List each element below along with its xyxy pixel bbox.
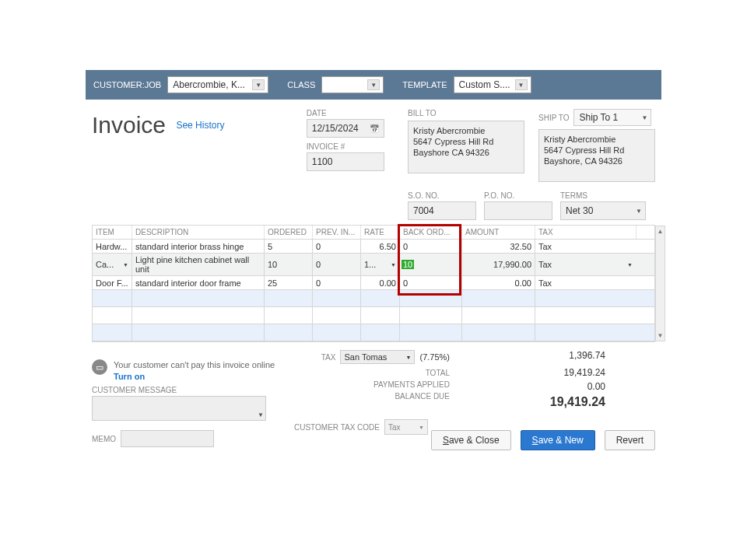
table-row[interactable]: Ca...▼Light pine kitchen cabinet wall un… <box>93 254 654 276</box>
grid-header-cell[interactable]: TAX <box>535 226 636 239</box>
ship-to-label: SHIP TO <box>538 114 569 122</box>
grid-header-cell[interactable]: ORDERED <box>264 226 312 239</box>
table-row-empty[interactable] <box>93 324 654 341</box>
memo-input[interactable] <box>121 430 214 447</box>
back-order-highlight: 10 <box>402 260 414 269</box>
table-row[interactable]: Hardw...standard interior brass hinge506… <box>93 240 654 254</box>
table-cell-prev[interactable]: 0 <box>312 254 360 275</box>
table-cell-rate[interactable]: 6.50 <box>360 240 399 253</box>
bill-to-address[interactable]: Kristy Abercrombie 5647 Cypress Hill Rd … <box>408 121 524 173</box>
chevron-down-icon: ▼ <box>391 262 396 268</box>
terms-dropdown[interactable]: Net 30 ▼ <box>560 201 646 220</box>
scroll-down-arrow-icon[interactable]: ▼ <box>658 331 664 341</box>
chevron-down-icon: ▼ <box>627 262 633 268</box>
table-row[interactable]: Door F...standard interior door frame250… <box>93 276 654 290</box>
ship-to-address[interactable]: Kristy Abercrombie 5647 Cypress Hill Rd … <box>538 129 655 182</box>
table-cell-prev[interactable]: 0 <box>312 240 360 253</box>
pay-online-text: Your customer can't pay this invoice onl… <box>114 360 275 369</box>
chevron-down-icon: ▼ <box>406 355 412 360</box>
memo-row: MEMO <box>92 430 294 447</box>
table-cell-desc[interactable]: Light pine kitchen cabinet wall unit <box>132 254 264 275</box>
tax-dropdown[interactable]: San Tomas ▼ <box>340 350 415 364</box>
terms-field: TERMS Net 30 ▼ <box>560 191 646 220</box>
chevron-down-icon: ▼ <box>258 411 264 418</box>
table-cell-tax[interactable]: Tax <box>535 276 636 289</box>
grid-header-cell[interactable]: PREV. IN... <box>312 226 360 239</box>
table-row-empty[interactable] <box>93 307 654 324</box>
table-cell-rate[interactable]: 0.00 <box>360 276 399 289</box>
payments-amount: 0.00 <box>450 381 605 392</box>
memo-label: MEMO <box>92 435 116 443</box>
bill-to-block: BILL TO Kristy Abercrombie 5647 Cypress … <box>408 109 524 173</box>
table-cell-prev[interactable]: 0 <box>312 276 360 289</box>
customer-job-label: CUSTOMER:JOB <box>93 80 161 89</box>
customer-tax-code-dropdown[interactable]: Tax ▼ <box>384 419 428 435</box>
table-cell-amount[interactable]: 32.50 <box>461 240 535 253</box>
page-title: Invoice <box>92 112 166 138</box>
table-cell-desc[interactable]: standard interior brass hinge <box>132 240 264 253</box>
total-label: TOTAL <box>294 369 450 377</box>
invoice-no-label: INVOICE # <box>307 142 391 151</box>
table-cell-item[interactable]: Ca...▼ <box>93 254 132 275</box>
table-cell-back[interactable]: 10 <box>399 254 461 275</box>
see-history-link[interactable]: See History <box>176 120 224 131</box>
table-cell-tax[interactable]: Tax <box>535 240 636 253</box>
po-no-input[interactable] <box>484 201 552 220</box>
line-items-grid: ITEMDESCRIPTIONORDEREDPREV. IN...RATEBAC… <box>92 225 655 342</box>
tax-label: TAX <box>321 353 336 362</box>
table-row-empty[interactable] <box>93 290 654 307</box>
customer-tax-code-block: CUSTOMER TAX CODE Tax ▼ <box>294 419 450 435</box>
footer-mid-col: TAX San Tomas ▼ (7.75%) TOTAL PAYMENTS A… <box>294 359 450 447</box>
footer-left-col: Your customer can't pay this invoice onl… <box>92 359 294 447</box>
table-cell-ordered[interactable]: 10 <box>264 254 312 275</box>
table-cell-item[interactable]: Hardw... <box>93 240 132 253</box>
grid-header-cell[interactable]: ITEM <box>93 226 132 239</box>
table-cell-desc[interactable]: standard interior door frame <box>132 276 264 289</box>
turn-on-link[interactable]: Turn on <box>114 372 275 381</box>
chevron-down-icon: ▼ <box>123 262 128 268</box>
grid-header-cell[interactable]: RATE <box>360 226 399 239</box>
balance-due-label: BALANCE DUE <box>294 392 450 401</box>
customer-message-dropdown[interactable]: ▼ <box>92 396 266 421</box>
chevron-down-icon: ▼ <box>636 208 642 215</box>
save-new-button[interactable]: Save & New <box>521 430 595 450</box>
table-cell-back[interactable]: 0 <box>399 240 461 253</box>
grid-header-cell[interactable]: AMOUNT <box>461 226 535 239</box>
table-cell-amount[interactable]: 0.00 <box>461 276 535 289</box>
grid-header-cell[interactable]: BACK ORD... <box>399 226 461 239</box>
customer-message-label: CUSTOMER MESSAGE <box>92 386 294 394</box>
meta-row: S.O. NO. 7004 P.O. NO. TERMS Net 30 ▼ <box>408 191 661 220</box>
revert-button[interactable]: Revert <box>605 430 655 450</box>
bill-to-label: BILL TO <box>408 109 524 117</box>
table-cell-ordered[interactable]: 5 <box>264 240 312 253</box>
vertical-scrollbar[interactable]: ▲ ▼ <box>655 226 665 341</box>
card-icon <box>92 359 107 375</box>
save-close-button[interactable]: Save & Close <box>431 430 511 450</box>
calendar-icon[interactable] <box>370 123 379 134</box>
chevron-down-icon: ▼ <box>642 114 648 121</box>
tax-amount: 1,396.74 <box>450 350 605 361</box>
grid-header: ITEMDESCRIPTIONORDEREDPREV. IN...RATEBAC… <box>93 226 654 240</box>
header-blue-bar: CUSTOMER:JOB Abercrombie, K... ▼ CLASS ▼… <box>86 70 661 100</box>
table-cell-tax[interactable]: Tax▼ <box>535 254 636 275</box>
class-label: CLASS <box>287 80 315 89</box>
date-invoice-block: DATE 12/15/2024 INVOICE # 1100 <box>307 109 391 171</box>
class-dropdown[interactable]: ▼ <box>321 76 384 93</box>
invoice-no-input[interactable]: 1100 <box>307 152 384 171</box>
table-cell-rate[interactable]: 1...▼ <box>360 254 399 275</box>
template-dropdown[interactable]: Custom S.... ▼ <box>454 76 531 93</box>
scroll-up-arrow-icon[interactable]: ▲ <box>658 226 664 236</box>
customer-job-dropdown[interactable]: Abercrombie, K... ▼ <box>167 76 268 93</box>
table-cell-back[interactable]: 0 <box>399 276 461 289</box>
table-cell-ordered[interactable]: 25 <box>264 276 312 289</box>
balance-due-amount: 19,419.24 <box>450 395 605 409</box>
po-no-field: P.O. NO. <box>484 191 552 220</box>
table-cell-item[interactable]: Door F... <box>93 276 132 289</box>
date-input[interactable]: 12/15/2024 <box>307 119 384 138</box>
tax-block: TAX San Tomas ▼ (7.75%) <box>294 350 450 364</box>
grid-header-cell[interactable]: DESCRIPTION <box>132 226 264 239</box>
ship-to-dropdown[interactable]: Ship To 1 ▼ <box>573 109 651 126</box>
so-no-input[interactable]: 7004 <box>408 201 476 220</box>
table-cell-amount[interactable]: 17,990.00 <box>461 254 535 275</box>
payments-applied-label: PAYMENTS APPLIED <box>294 380 450 389</box>
